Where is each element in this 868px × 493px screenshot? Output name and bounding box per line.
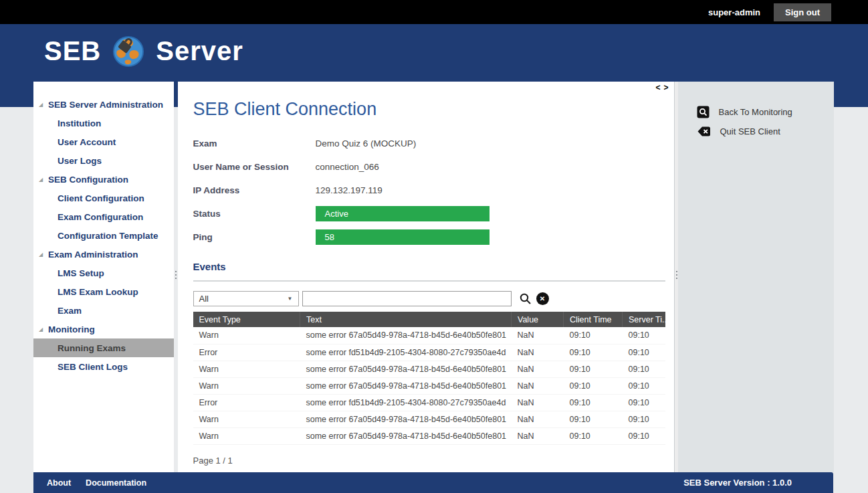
sidebar-item-exam-configuration[interactable]: Exam Configuration <box>33 207 174 226</box>
status-badge: Active <box>316 206 490 221</box>
clear-search-button[interactable]: ✕ <box>536 292 549 305</box>
field-exam: Exam Demo Quiz 6 (MOCKUP) <box>193 136 665 151</box>
quit-backspace-icon <box>697 125 711 138</box>
column-header-text[interactable]: Text <box>300 312 512 327</box>
field-ip-address: IP Address 129.132.197.119 <box>193 183 665 198</box>
monitor-search-icon <box>697 106 710 118</box>
table-row[interactable]: Warn some error 67a05d49-978a-4718-b45d-… <box>193 327 665 344</box>
action-panel-splitter[interactable] <box>675 82 679 472</box>
content-area: ◢ SEB Server Administration Institution … <box>33 82 834 472</box>
app-logo: SEB Server <box>0 24 868 68</box>
sidebar-section-seb-server-administration[interactable]: ◢ SEB Server Administration <box>33 95 174 114</box>
action-label: Back To Monitoring <box>718 107 792 117</box>
events-filter-row: All ▼ ✕ <box>193 291 665 306</box>
chevron-down-icon: ▼ <box>288 296 293 302</box>
footer-bar: About Documentation SEB Server Version :… <box>33 472 833 493</box>
footer-link-about[interactable]: About <box>47 478 71 488</box>
pane-controls: < > <box>655 84 668 92</box>
field-label: Ping <box>193 232 316 242</box>
event-type-filter-select[interactable]: All ▼ <box>193 291 299 306</box>
tree-expand-icon[interactable]: ◢ <box>39 326 48 332</box>
tree-expand-icon[interactable]: ◢ <box>39 102 48 108</box>
action-panel: Back To Monitoring Quit SEB Client <box>678 82 834 472</box>
field-label: User Name or Session <box>193 162 316 172</box>
field-label: Status <box>193 209 316 219</box>
seb-client-connection-panel: < > SEB Client Connection Exam Demo Quiz… <box>178 82 675 472</box>
tree-expand-icon[interactable]: ◢ <box>39 252 48 258</box>
sidebar-item-lms-setup[interactable]: LMS Setup <box>33 264 174 282</box>
footer-link-documentation[interactable]: Documentation <box>86 478 146 488</box>
sidebar-item-configuration-template[interactable]: Configuration Template <box>33 226 174 245</box>
table-row[interactable]: Warn some error 67a05d49-978a-4718-b45d-… <box>193 361 665 377</box>
pane-next-icon[interactable]: > <box>663 84 668 92</box>
field-value: connection_066 <box>316 162 379 172</box>
sidebar-item-client-configuration[interactable]: Client Configuration <box>33 189 174 207</box>
sidebar-section-seb-configuration[interactable]: ◢ SEB Configuration <box>33 170 174 189</box>
field-ping: Ping 58 <box>193 229 665 245</box>
logo-word-seb: SEB <box>44 36 101 66</box>
table-row[interactable]: Error some error fd51b4d9-2105-4304-8080… <box>193 344 665 361</box>
table-row[interactable]: Warn some error 67a05d49-978a-4718-b45d-… <box>193 427 665 444</box>
selected-option-label: All <box>199 294 288 304</box>
tree-expand-icon[interactable]: ◢ <box>39 177 48 183</box>
splitter-handle-icon <box>676 271 677 279</box>
search-button[interactable] <box>519 292 532 305</box>
back-to-monitoring-action[interactable]: Back To Monitoring <box>697 106 834 118</box>
current-user-label: super-admin <box>708 7 760 17</box>
server-version-label: SEB Server Version : 1.0.0 <box>683 478 792 488</box>
sidebar-item-user-logs[interactable]: User Logs <box>33 151 174 170</box>
column-header-client-time[interactable]: Client Time <box>564 312 623 327</box>
topbar: super-admin Sign out <box>0 0 868 24</box>
sidebar-section-exam-administration[interactable]: ◢ Exam Administration <box>33 245 174 264</box>
sidebar-item-institution[interactable]: Institution <box>33 114 174 132</box>
events-table-header-row: Event Type Text Value Client Time Server… <box>193 312 665 327</box>
events-heading: Events <box>193 261 665 272</box>
connection-details: Exam Demo Quiz 6 (MOCKUP) User Name or S… <box>193 136 665 245</box>
sidebar-section-monitoring[interactable]: ◢ Monitoring <box>33 320 174 338</box>
splitter-handle-icon <box>175 271 177 279</box>
logo-word-server: Server <box>156 36 243 66</box>
field-label: IP Address <box>193 185 316 195</box>
pagination-label: Page 1 / 1 <box>193 456 665 466</box>
sidebar-item-running-exams[interactable]: Running Exams <box>33 338 174 357</box>
events-table: Event Type Text Value Client Time Server… <box>193 312 665 445</box>
sidebar-item-seb-client-logs[interactable]: SEB Client Logs <box>33 357 174 376</box>
field-status: Status Active <box>193 206 665 221</box>
column-header-event-type[interactable]: Event Type <box>193 312 300 327</box>
sidebar-item-exam[interactable]: Exam <box>33 301 174 320</box>
column-header-value[interactable]: Value <box>512 312 564 327</box>
events-divider <box>193 280 665 282</box>
page-title: SEB Client Connection <box>193 99 665 120</box>
table-row[interactable]: Warn some error 67a05d49-978a-4718-b45d-… <box>193 411 665 427</box>
sidebar-item-user-account[interactable]: User Account <box>33 132 174 151</box>
events-search-input[interactable] <box>302 291 512 306</box>
globe-lock-icon <box>111 33 146 68</box>
field-value: Demo Quiz 6 (MOCKUP) <box>316 138 417 149</box>
field-value: 129.132.197.119 <box>316 185 383 195</box>
sign-out-button[interactable]: Sign out <box>774 3 831 21</box>
pane-prev-icon[interactable]: < <box>655 84 660 92</box>
search-icon <box>519 292 532 305</box>
field-label: Exam <box>193 138 316 149</box>
sidebar-navigation: ◢ SEB Server Administration Institution … <box>33 82 174 472</box>
close-icon: ✕ <box>540 292 545 305</box>
column-header-server-time[interactable]: Server Ti... <box>623 312 665 327</box>
ping-badge: 58 <box>316 229 490 245</box>
sidebar-item-lms-exam-lookup[interactable]: LMS Exam Lookup <box>33 282 174 301</box>
table-row[interactable]: Error some error fd51b4d9-2105-4304-8080… <box>193 394 665 411</box>
quit-seb-client-action[interactable]: Quit SEB Client <box>697 125 834 138</box>
table-row[interactable]: Warn some error 67a05d49-978a-4718-b45d-… <box>193 377 665 394</box>
action-label: Quit SEB Client <box>720 126 780 136</box>
field-user-name-or-session: User Name or Session connection_066 <box>193 159 665 175</box>
